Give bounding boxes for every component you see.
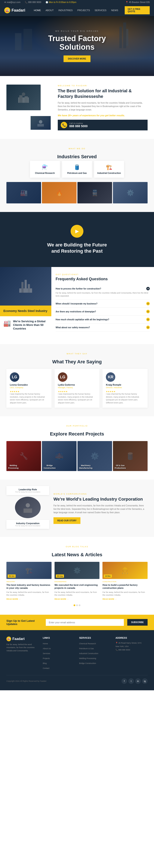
project-bridge[interactable]: 🌉 BridgeConstruction bbox=[42, 441, 77, 471]
faq-item-5[interactable]: What about our safety measures? + bbox=[55, 323, 150, 332]
nav-industries[interactable]: Industries bbox=[56, 8, 75, 13]
avatar-1: LG bbox=[10, 372, 19, 382]
faq-item-3[interactable]: Are there any restrictions of downpipe? … bbox=[55, 308, 150, 316]
testimonials-label: WHAT THEY SAY bbox=[6, 353, 148, 355]
news-category-3: Construction bbox=[103, 581, 148, 583]
page-dot-3[interactable] bbox=[79, 604, 80, 606]
news-readmore-3[interactable]: READ MORE → bbox=[103, 598, 148, 600]
about-text: WELCOME TO FAADARI The Best Solution for… bbox=[58, 85, 148, 130]
steel-text-box: Economy Needs Steel Industry bbox=[0, 306, 51, 316]
hero-cta-button[interactable]: DISCOVER MORE bbox=[64, 56, 90, 62]
faq-question-2[interactable]: When should I incorporate my business? + bbox=[55, 302, 150, 305]
video-section: ▶ We are Building the Future and Restori… bbox=[0, 212, 154, 267]
footer-service-industrial[interactable]: Industrial Construction bbox=[79, 652, 99, 654]
faq-label: GOT QUESTIONS? bbox=[55, 273, 150, 276]
footer-link-home[interactable]: Home bbox=[43, 643, 48, 645]
faq-question-4[interactable]: How much should capitalize with all the … bbox=[55, 318, 150, 321]
testimonial-name-2: Lydia Gutierrez bbox=[58, 383, 96, 386]
top-bar: ✉ real@xyz.com 📞 888 888 9000 🕐 Mon to F… bbox=[0, 0, 154, 4]
newsletter-section: Sign Up to Get Latest Updates Subscribe bbox=[0, 615, 154, 630]
stars-1: ★★★★★ bbox=[10, 390, 48, 393]
footer-link-services[interactable]: Services bbox=[43, 652, 50, 654]
faq-steel-section: Economy Needs Steel Industry 🏭 We're Ser… bbox=[0, 267, 154, 344]
contact-box: 📞 Call Us Anytime 888 888 5000 bbox=[58, 120, 148, 130]
page-dot-2[interactable] bbox=[76, 604, 78, 606]
nav-about[interactable]: About bbox=[43, 8, 56, 13]
footer-grid: 🏭 Faadari Far far away, behind the word … bbox=[6, 637, 148, 671]
footer-links-col: Links Home About Us Services Projects Bl… bbox=[43, 637, 75, 671]
industry-card-petroleum[interactable]: 🛢️ Petroleum and Gas bbox=[62, 161, 92, 178]
footer-link-projects[interactable]: Projects bbox=[43, 657, 50, 659]
news-readmore-2[interactable]: READ MORE → bbox=[54, 598, 100, 600]
news-date-3: 12 Dec bbox=[104, 575, 112, 578]
pagination bbox=[6, 604, 148, 606]
footer-service-bridge[interactable]: Bridge Construction bbox=[79, 662, 96, 664]
twitter-icon[interactable]: t bbox=[128, 678, 134, 684]
nav-services[interactable]: Services bbox=[92, 8, 109, 13]
play-button[interactable]: ▶ bbox=[71, 225, 83, 238]
footer-link-about[interactable]: About Us bbox=[43, 648, 51, 650]
industries-title: Industries Served bbox=[6, 154, 148, 159]
nav-home[interactable]: Home bbox=[32, 8, 43, 13]
footer-services-col: Services Chemical Research Petroleum & G… bbox=[79, 637, 111, 671]
testimonial-role-1: CEO, Company bbox=[10, 386, 48, 389]
news-readmore-1[interactable]: READ MORE → bbox=[6, 598, 51, 600]
projects-grid: 🔧 WeldingProcessing 🌉 BridgeConstruction… bbox=[6, 441, 148, 471]
page-dot-1[interactable] bbox=[74, 604, 75, 606]
industry-image-4: ⚙️ bbox=[113, 182, 148, 204]
testimonial-card-1: LG Leona Gonzalez CEO, Company ★★★★★ I w… bbox=[6, 369, 51, 408]
news-excerpt-2: Far far away, behind the word mountains,… bbox=[54, 591, 100, 597]
project-oilgas[interactable]: 🛢️ Oil & GasProductions bbox=[113, 441, 148, 471]
nav-projects[interactable]: Projects bbox=[75, 8, 92, 13]
chemical-icon: ⚗️ bbox=[33, 164, 57, 170]
header: 🏭 Faadari Home About Industries Projects… bbox=[0, 4, 154, 16]
contact-label: Call Us Anytime bbox=[69, 122, 88, 124]
servicing-text: We're Servicing a Global Clients in More… bbox=[13, 320, 48, 331]
industry-image-1: 🏭 bbox=[6, 182, 41, 204]
news-excerpt-1: Far far away, behind the word mountains,… bbox=[6, 591, 51, 597]
project-welding[interactable]: 🔧 WeldingProcessing bbox=[6, 441, 41, 471]
industries-images: 🏭 🔥 🚆 ⚙️ bbox=[6, 182, 148, 204]
footer-service-welding[interactable]: Welding Processing bbox=[79, 657, 96, 659]
stars-2: ★★★★★ bbox=[58, 390, 96, 393]
faq-item-4[interactable]: How much should capitalize with all the … bbox=[55, 316, 150, 323]
instagram-icon[interactable]: ig bbox=[142, 678, 148, 684]
industries-label: WHAT WE DO bbox=[6, 148, 148, 150]
faq-item-1[interactable]: How to process the further for construct… bbox=[55, 285, 150, 300]
newsletter-subscribe-button[interactable]: Subscribe bbox=[127, 619, 148, 626]
get-quote-button[interactable]: Get A Free Quote bbox=[125, 6, 150, 14]
logo[interactable]: 🏭 Faadari bbox=[4, 7, 25, 13]
project-machinery[interactable]: ⚙️ MachineryManufacturing bbox=[77, 441, 112, 471]
address-line2: New York, USA bbox=[116, 645, 148, 648]
read-story-button[interactable]: READ OUR STORY bbox=[53, 517, 80, 524]
news-image-2: ⚙️ 08 Aug bbox=[54, 562, 100, 579]
construction-icon: 🏗️ bbox=[97, 164, 121, 170]
footer-link-contact[interactable]: Contact bbox=[43, 667, 49, 669]
newsletter-text: Sign Up to Get Latest Updates bbox=[6, 619, 42, 626]
news-category-2: Engineering bbox=[54, 581, 100, 583]
newsletter-input[interactable] bbox=[46, 619, 124, 626]
faq-question-1[interactable]: How to process the further for construct… bbox=[55, 287, 150, 290]
faq-question-3[interactable]: Are there any restrictions of downpipe? … bbox=[55, 310, 150, 313]
svg-rect-2 bbox=[25, 96, 28, 103]
facebook-icon[interactable]: f bbox=[121, 678, 127, 684]
project-label-oilgas: Oil & GasProductions bbox=[115, 464, 126, 469]
phone-icon: 📞 bbox=[61, 122, 67, 128]
footer-service-petroleum[interactable]: Petroleum & Gas bbox=[79, 648, 94, 650]
linkedin-icon[interactable]: in bbox=[135, 678, 141, 684]
leading-left: Leadership Role Far far away the word mo… bbox=[6, 486, 49, 531]
steel-title: Economy Needs Steel Industry bbox=[3, 309, 48, 313]
industry-name-construction: Industrial Construction bbox=[97, 172, 121, 174]
industry-card-chemical[interactable]: ⚗️ Chemical Research bbox=[30, 161, 60, 178]
footer-link-blog[interactable]: Blog bbox=[43, 662, 47, 664]
industry-card-construction[interactable]: 🏗️ Industrial Construction bbox=[94, 161, 124, 178]
topbar-phone: 📞 888 888 9000 bbox=[25, 1, 41, 3]
nav-news[interactable]: News bbox=[109, 8, 120, 13]
faq-item-2[interactable]: When should I incorporate my business? + bbox=[55, 300, 150, 308]
faq-indicator-1: ✕ bbox=[146, 287, 150, 290]
faq-question-5[interactable]: What about our safety measures? + bbox=[55, 326, 150, 329]
footer-service-chemical[interactable]: Chemical Research bbox=[79, 643, 96, 645]
testimonial-role-2: Manager, Factory bbox=[58, 386, 96, 389]
hero-section: WE BUILD YOUR BIG DREAMS Trusted Factory… bbox=[0, 16, 154, 76]
steel-side: Economy Needs Steel Industry 🏭 We're Ser… bbox=[0, 267, 51, 344]
